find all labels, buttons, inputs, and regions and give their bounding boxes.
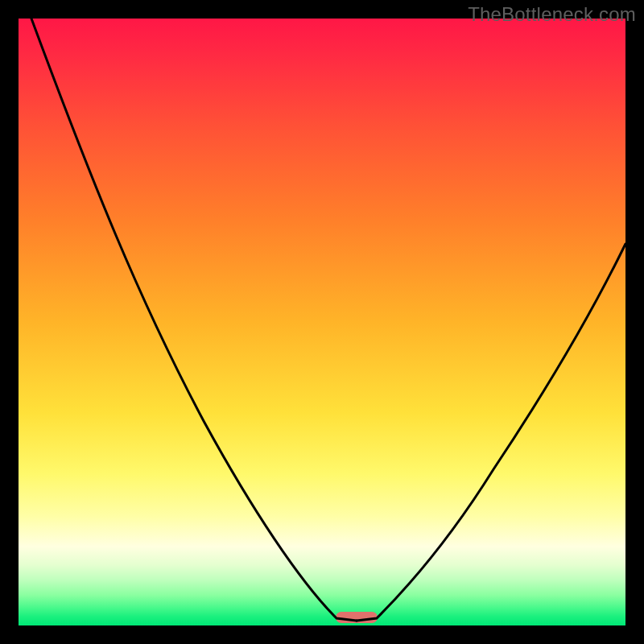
curve-left-branch	[31, 19, 357, 621]
curve-right-branch	[357, 244, 625, 621]
chart-frame: TheBottleneck.com	[0, 0, 644, 644]
bottleneck-curve	[19, 19, 625, 625]
watermark-text: TheBottleneck.com	[468, 3, 636, 26]
plot-area	[19, 19, 625, 625]
